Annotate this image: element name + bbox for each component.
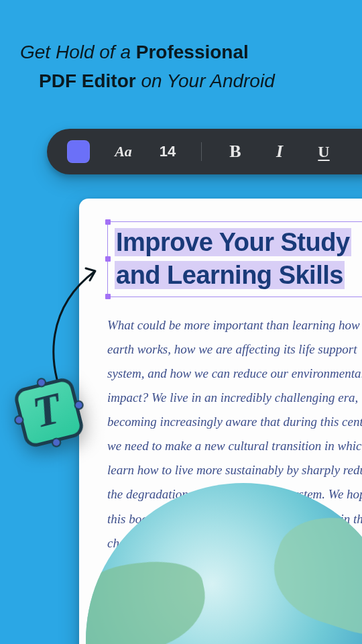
font-size-button[interactable]: 14 [157,143,178,160]
headline-bold-1: Professional [136,42,249,62]
document-page[interactable]: Improve Your Study and Learning Skills W… [79,199,362,644]
selection-handle-icon[interactable] [105,219,111,225]
title-line-1: Improve Your Study [115,228,351,256]
text-tool-glyph: T [27,382,66,438]
headline-bold-2: PDF Editor [39,70,136,91]
document-title[interactable]: Improve Your Study and Learning Skills [115,226,362,292]
headline-prefix: Get Hold of a [20,42,136,62]
bold-button[interactable]: B [225,142,246,162]
marketing-headline: Get Hold of a Professional PDF Editor on… [0,0,362,96]
font-family-button[interactable]: Aa [113,143,134,160]
selection-handle-icon[interactable] [105,256,111,262]
headline-suffix: on Your Android [136,70,275,91]
toolbar-divider [201,142,202,161]
italic-button[interactable]: I [269,142,290,162]
text-tool-icon: T [12,376,85,449]
title-line-2: and Learning Skills [115,261,345,289]
text-selection-frame[interactable]: Improve Your Study and Learning Skills [107,221,362,297]
text-format-toolbar: Aa 14 B I U [47,129,362,174]
selection-handle-icon[interactable] [105,294,111,299]
underline-button[interactable]: U [313,143,335,161]
text-color-swatch[interactable] [67,140,90,163]
